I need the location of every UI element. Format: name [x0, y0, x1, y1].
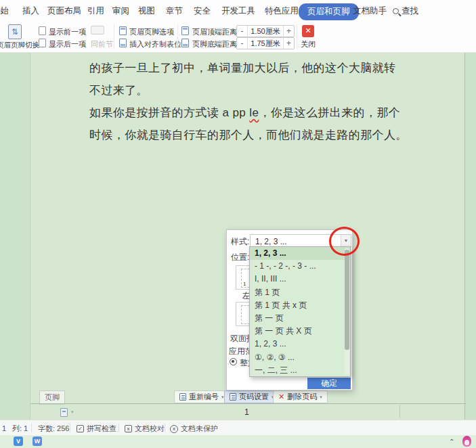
document-text[interactable]: 的孩子一旦上了初中，单词量加大以后，他的这个大脑就转 不过来了。 如果你是按拼音… [89, 57, 408, 146]
penguin-tray-icon[interactable] [462, 436, 471, 447]
toolbar-separator [114, 24, 114, 49]
same-section-label: 同前节 [91, 39, 113, 49]
find-label: 查找 [402, 5, 418, 17]
menu-find[interactable]: 查找 [393, 5, 418, 17]
page-setup-label: 页码设置 [239, 392, 269, 402]
protection-icon: x [170, 425, 178, 433]
header-footer-toolbar: ⇅ 页眉页脚切换 显示前一项 显示后一项 同前节 页眉页脚选项 插入对齐制表位 … [0, 20, 476, 53]
show-next-label: 显示后一项 [49, 39, 86, 49]
footer-tag: 页脚 [39, 390, 65, 405]
menu-tab-page-layout[interactable]: 页面布局 [47, 5, 81, 17]
footer-page-number[interactable]: 1 [244, 407, 249, 417]
header-distance-label: 页眉顶端距离: [192, 27, 239, 37]
dropdown-option[interactable]: 第 1 页 共 x 页 [250, 299, 350, 312]
footer-distance-minus-button[interactable]: - [237, 38, 248, 49]
status-word-count[interactable]: 字数: 256 [38, 424, 69, 434]
dropdown-option[interactable]: 第 一 页 [250, 312, 350, 325]
spell-check-button[interactable]: ✓ 拼写检查 [77, 424, 116, 434]
footer-distance-plus-button[interactable]: + [283, 38, 294, 49]
renumber-label: 重新编号 [189, 392, 219, 402]
renumber-button[interactable]: 重新编号 ▾ [174, 390, 230, 403]
close-button[interactable]: ✕ [302, 25, 314, 37]
menu-tab-dev-tools[interactable]: 开发工具 [221, 5, 255, 17]
spell-check-label: 拼写检查 [87, 424, 116, 434]
header-distance-stepper: - 1.50厘米 + [236, 25, 295, 37]
doc-protection-button[interactable]: x 文档未保护 [170, 424, 218, 434]
show-prev-label: 显示前一项 [49, 27, 86, 37]
footer-distance-value[interactable]: 1.75厘米 [248, 38, 283, 49]
dropdown-option[interactable]: ①, ②, ③ ... [250, 351, 350, 364]
dropdown-option[interactable]: I, II, III ... [250, 273, 350, 286]
doc-proof-button[interactable]: x 文档校对 [125, 424, 165, 434]
page-number-settings-button[interactable]: 页码设置 ▾ [224, 390, 280, 403]
status-column: 列: 1 [12, 424, 28, 434]
annotation-circle [329, 227, 360, 256]
delete-x-icon: ✕ [278, 393, 284, 401]
dropdown-option[interactable]: 1, 2, 3 ... [250, 338, 350, 351]
menu-tab-doc-assistant[interactable]: 文档助手 [353, 5, 387, 17]
dropdown-option[interactable]: 第 1 页 [250, 286, 350, 299]
status-separator [165, 424, 165, 432]
menu-tab-home[interactable]: 开始 [0, 5, 9, 17]
style-value: 1, 2, 3 ... [255, 237, 287, 246]
ok-button[interactable]: 确定 [307, 378, 351, 389]
spellcheck-underline: le [249, 106, 259, 119]
footer-margin-mark [399, 405, 400, 418]
status-line: 行: 1 [0, 424, 6, 434]
page-prev-icon [39, 26, 46, 35]
header-distance-minus-button[interactable]: - [237, 26, 248, 37]
dropdown-option[interactable]: - 1 -, - 2 -, - 3 - ... [250, 260, 350, 273]
chevron-down-icon: ▾ [71, 409, 74, 415]
toolbar-separator [297, 24, 297, 49]
delete-page-number-button[interactable]: ✕ 删除页码 ▾ [273, 390, 328, 403]
hf-options-label: 页眉页脚选项 [129, 27, 174, 37]
chevron-down-icon: ▾ [320, 395, 322, 400]
same-section-icon [91, 26, 104, 35]
style-label: 样式: [231, 236, 249, 248]
chevron-down-icon: ▾ [221, 395, 224, 400]
text-line: 不过来了。 [89, 79, 408, 102]
apply-whole-doc-radio[interactable] [230, 358, 237, 365]
text-line: 如果你是按拼音的方式读 a pp le，你是这么拼出来的，那个 [89, 102, 408, 124]
taskbar-app-icon[interactable]: W [33, 436, 42, 446]
footer-distance-icon [181, 39, 189, 47]
menu-tab-view[interactable]: 视图 [138, 5, 155, 17]
dropdown-option[interactable]: 一, 二, 三 ... [250, 364, 350, 377]
footer-distance-stepper: - 1.75厘米 + [236, 37, 295, 49]
spell-check-icon: ✓ [77, 425, 84, 432]
page-options-icon[interactable] [60, 408, 68, 417]
text-line: 的孩子一旦上了初中，单词量加大以后，他的这个大脑就转 [89, 57, 408, 79]
dropdown-option[interactable]: 第 一 页 共 X 页 [250, 325, 350, 338]
menu-tab-reference[interactable]: 引用 [87, 5, 104, 17]
menu-tab-security[interactable]: 安全 [194, 5, 211, 17]
header-distance-plus-button[interactable]: + [283, 26, 294, 37]
status-separator [70, 424, 70, 432]
menu-tab-header-footer-active[interactable]: 页眉和页脚 [299, 3, 359, 20]
menu-tab-review[interactable]: 审阅 [112, 5, 129, 17]
footer-distance-label: 页脚底端距离: [192, 39, 239, 49]
header-distance-value[interactable]: 1.50厘米 [248, 26, 283, 37]
header-distance-icon [181, 26, 189, 35]
insert-tab-icon [119, 39, 127, 47]
delete-label: 删除页码 [287, 392, 317, 402]
menu-tab-insert[interactable]: 插入 [22, 5, 39, 17]
tray-expand-icon[interactable]: ⌃ [449, 438, 454, 445]
search-icon [393, 8, 399, 14]
page-next-icon [39, 39, 46, 47]
status-separator [118, 424, 119, 432]
insert-tab-label: 插入对齐制表位 [129, 39, 181, 49]
doc-proof-label: 文档校对 [135, 424, 165, 434]
menu-tab-featured-apps[interactable]: 特色应用 [265, 5, 299, 17]
doc-proof-icon: x [125, 425, 132, 432]
header-footer-switch-icon: ⇅ [8, 24, 22, 39]
menu-tab-section[interactable]: 章节 [166, 5, 183, 17]
status-bar: 行: 1 列: 1 字数: 256 ✓ 拼写检查 x 文档校对 x 文档未保护 [0, 420, 476, 435]
text-line: 时候，你就是骑自行车的那个人，而他们就是走路的那个人。 [89, 124, 408, 146]
position-label: 位置: [231, 252, 249, 263]
close-label: 关闭 [301, 39, 316, 49]
footer-boundary-line [30, 403, 466, 404]
scrollbar-thumb[interactable] [345, 250, 349, 350]
taskbar-app-icon[interactable]: V [14, 436, 23, 446]
hf-options-icon [119, 26, 127, 35]
dropdown-scrollbar[interactable] [345, 248, 349, 375]
